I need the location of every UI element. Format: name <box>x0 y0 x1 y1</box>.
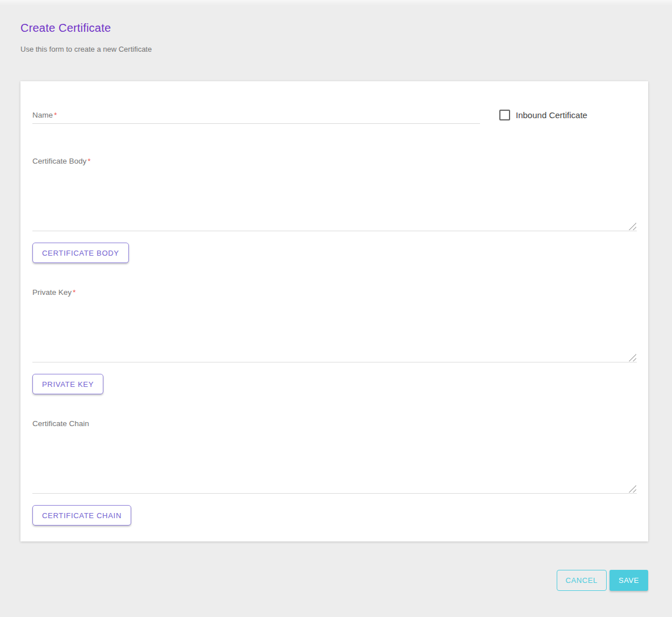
certificate-chain-textarea[interactable] <box>32 430 637 494</box>
inbound-certificate-checkbox[interactable]: Inbound Certificate <box>499 109 637 120</box>
private-key-textarea-wrap <box>32 299 637 362</box>
certificate-form-card: Name* Inbound Certificate Certificate Bo… <box>20 81 648 541</box>
page-subtitle: Use this form to create a new Certificat… <box>20 45 648 53</box>
certificate-chain-label: Certificate Chain <box>32 419 637 428</box>
certificate-body-textarea[interactable] <box>32 168 637 231</box>
private-key-label: Private Key* <box>32 288 637 297</box>
private-key-textarea[interactable] <box>32 299 637 362</box>
name-row: Name* Inbound Certificate <box>32 109 637 124</box>
name-field: Name* <box>32 109 480 124</box>
private-key-section: Private Key* PRIVATE KEY <box>32 288 637 394</box>
certificate-chain-section: Certificate Chain CERTIFICATE CHAIN <box>32 419 637 526</box>
certificate-body-textarea-wrap <box>32 168 637 231</box>
cancel-button[interactable]: CANCEL <box>557 570 607 591</box>
page-title: Create Certificate <box>20 22 648 35</box>
name-input[interactable] <box>32 109 480 123</box>
checkbox-icon[interactable] <box>499 110 510 120</box>
certificate-body-label: Certificate Body* <box>32 157 637 165</box>
certificate-chain-upload-button[interactable]: CERTIFICATE CHAIN <box>32 505 131 526</box>
certificate-chain-textarea-wrap <box>32 430 637 494</box>
certificate-body-upload-button[interactable]: CERTIFICATE BODY <box>32 243 129 263</box>
footer-actions: CANCEL SAVE <box>0 570 648 591</box>
page-header: Create Certificate Use this form to crea… <box>0 0 672 53</box>
required-asterisk: * <box>73 288 76 297</box>
inbound-certificate-label: Inbound Certificate <box>516 110 587 120</box>
required-asterisk: * <box>87 157 90 165</box>
save-button[interactable]: SAVE <box>610 570 648 591</box>
certificate-body-section: Certificate Body* CERTIFICATE BODY <box>32 157 637 263</box>
private-key-upload-button[interactable]: PRIVATE KEY <box>32 374 103 394</box>
